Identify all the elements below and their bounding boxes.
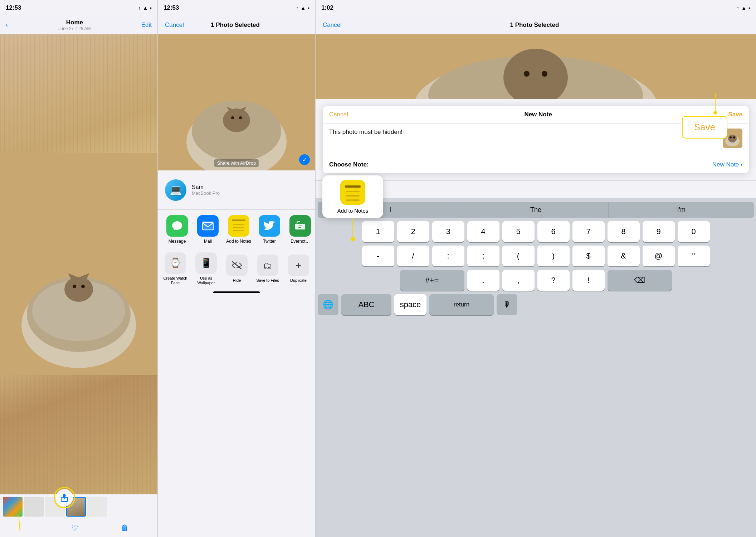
main-photo-area[interactable] bbox=[0, 34, 157, 494]
pred-3[interactable]: I'm bbox=[609, 202, 754, 218]
key-2[interactable]: 2 bbox=[397, 221, 429, 242]
nav-bar-3: Cancel 1 Photo Selected bbox=[316, 16, 756, 34]
key-at[interactable]: @ bbox=[643, 246, 675, 266]
callout-title: Add to Notes bbox=[337, 208, 369, 214]
back-button[interactable]: ‹ bbox=[6, 21, 8, 29]
key-dollar[interactable]: $ bbox=[572, 246, 605, 266]
key-1[interactable]: 1 bbox=[362, 221, 394, 242]
airdrop-section[interactable]: 💻 Sam MacBook Pro bbox=[158, 170, 315, 210]
save-annotation-wrapper: Save bbox=[682, 93, 727, 139]
modal-cancel-button[interactable]: Cancel bbox=[329, 111, 348, 118]
pred-2[interactable]: The bbox=[463, 202, 609, 218]
key-semicolon[interactable]: ; bbox=[467, 246, 499, 266]
action-duplicate[interactable]: + Duplicate bbox=[284, 255, 313, 283]
modal-save-button[interactable]: Save bbox=[728, 111, 742, 118]
chevron-right-icon: › bbox=[740, 161, 742, 168]
key-6[interactable]: 6 bbox=[537, 221, 570, 242]
key-5[interactable]: 5 bbox=[502, 221, 535, 242]
key-exclaim[interactable]: ! bbox=[572, 270, 605, 291]
action-watch-face[interactable]: ⌚ Create Watch Face bbox=[161, 252, 190, 285]
favorite-button[interactable]: ♡ bbox=[71, 523, 78, 533]
photo-selected-title-3: 1 Photo Selected bbox=[510, 21, 559, 29]
key-period[interactable]: . bbox=[467, 270, 499, 291]
svg-point-37 bbox=[728, 135, 737, 142]
edit-button[interactable]: Edit bbox=[141, 21, 152, 29]
note-text-input[interactable]: This photo must be hidden! bbox=[329, 129, 718, 136]
action-save-files[interactable]: 🗂 Save to Files bbox=[253, 255, 282, 283]
space-key[interactable]: space bbox=[394, 294, 426, 315]
delete-button[interactable]: 🗑 bbox=[121, 523, 129, 533]
app-mail[interactable]: Mail bbox=[194, 215, 222, 244]
modal-title: New Note bbox=[524, 111, 552, 118]
photo-svg-2 bbox=[158, 34, 315, 170]
mic-button[interactable]: 🎙 bbox=[497, 294, 517, 315]
svg-point-38 bbox=[730, 136, 732, 139]
key-comma[interactable]: , bbox=[502, 270, 535, 291]
key-lparen[interactable]: ( bbox=[502, 246, 535, 266]
return-key[interactable]: return bbox=[429, 294, 494, 315]
thumb-5[interactable] bbox=[87, 497, 107, 517]
key-9[interactable]: 9 bbox=[643, 221, 675, 242]
key-question[interactable]: ? bbox=[537, 270, 570, 291]
location-icon: ↑ bbox=[138, 5, 141, 11]
status-bar-3: 1:02 ↑ ▲ ▪ bbox=[316, 0, 756, 16]
key-quote[interactable]: " bbox=[678, 246, 710, 266]
keyboard[interactable]: I The I'm 1 2 3 4 5 6 7 8 9 0 - / : ; ( … bbox=[316, 198, 756, 537]
status-icons-2: ↑ ▲ ▪ bbox=[296, 5, 309, 11]
wallpaper-icon: 📱 bbox=[195, 252, 217, 274]
svg-point-7 bbox=[81, 285, 85, 288]
battery-icon-2: ▪ bbox=[308, 5, 309, 11]
action-wallpaper[interactable]: 📱 Use as Wallpaper bbox=[191, 252, 221, 285]
panel3-notes: 1:02 ↑ ▲ ▪ Cancel 1 Photo Selected Cance… bbox=[316, 0, 756, 537]
callout-dot bbox=[351, 237, 355, 241]
key-7[interactable]: 7 bbox=[572, 221, 605, 242]
notes-callout-bubble: Add to Notes bbox=[322, 175, 383, 218]
notes-icon bbox=[228, 215, 249, 237]
app-notes[interactable]: Add to Notes bbox=[225, 215, 253, 244]
notes-modal-wrapper: Cancel New Note Save This photo must be … bbox=[316, 99, 756, 180]
action-hide[interactable]: Hide bbox=[222, 255, 252, 283]
wifi-icon-3: ▲ bbox=[741, 5, 746, 11]
svg-point-18 bbox=[239, 116, 242, 119]
hide-icon bbox=[226, 255, 248, 276]
key-0[interactable]: 0 bbox=[678, 221, 710, 242]
status-icons-3: ↑ ▲ ▪ bbox=[737, 5, 750, 11]
key-rparen[interactable]: ) bbox=[537, 246, 570, 266]
action-bar-1: ♡ 🗑 bbox=[0, 519, 157, 537]
key-3[interactable]: 3 bbox=[432, 221, 464, 242]
callout-notes-icon bbox=[340, 180, 365, 205]
backspace-key[interactable]: ⌫ bbox=[608, 270, 672, 291]
cancel-button-2[interactable]: Cancel bbox=[165, 21, 184, 29]
message-label: Message bbox=[169, 239, 186, 244]
thumb-2[interactable] bbox=[24, 497, 44, 517]
app-twitter[interactable]: Twitter bbox=[255, 215, 283, 244]
airdrop-device-icon: 💻 bbox=[165, 179, 186, 201]
choose-note-label: Choose Note: bbox=[329, 161, 369, 168]
abc-key[interactable]: ABC bbox=[341, 294, 391, 315]
key-symbols-toggle[interactable]: #+= bbox=[400, 270, 464, 291]
key-8[interactable]: 8 bbox=[608, 221, 640, 242]
svg-point-6 bbox=[73, 285, 76, 288]
cancel-button-3[interactable]: Cancel bbox=[323, 21, 342, 29]
bottom-toolbar: ♡ 🗑 bbox=[0, 494, 157, 537]
key-ampersand[interactable]: & bbox=[608, 246, 640, 266]
app-message[interactable]: Message bbox=[163, 215, 191, 244]
time-3: 1:02 bbox=[321, 4, 333, 11]
key-4[interactable]: 4 bbox=[467, 221, 499, 242]
cat-photo-svg bbox=[0, 34, 157, 494]
thumb-1[interactable] bbox=[3, 497, 23, 517]
home-indicator-2 bbox=[158, 289, 315, 296]
wifi-icon-2: ▲ bbox=[301, 5, 306, 11]
app-evernote[interactable]: Evernot… bbox=[286, 215, 314, 244]
svg-marker-11 bbox=[63, 494, 66, 496]
key-slash[interactable]: / bbox=[397, 246, 429, 266]
globe-button[interactable]: 🌐 bbox=[318, 294, 338, 315]
symbol-row-1: - / : ; ( ) $ & @ " bbox=[318, 246, 754, 266]
key-colon[interactable]: : bbox=[432, 246, 464, 266]
key-minus[interactable]: - bbox=[362, 246, 394, 266]
new-note-button[interactable]: New Note › bbox=[712, 161, 742, 168]
svg-point-17 bbox=[231, 116, 234, 119]
location-icon-3: ↑ bbox=[737, 5, 739, 11]
share-circle bbox=[54, 487, 75, 508]
photo-svg-3 bbox=[316, 34, 756, 99]
